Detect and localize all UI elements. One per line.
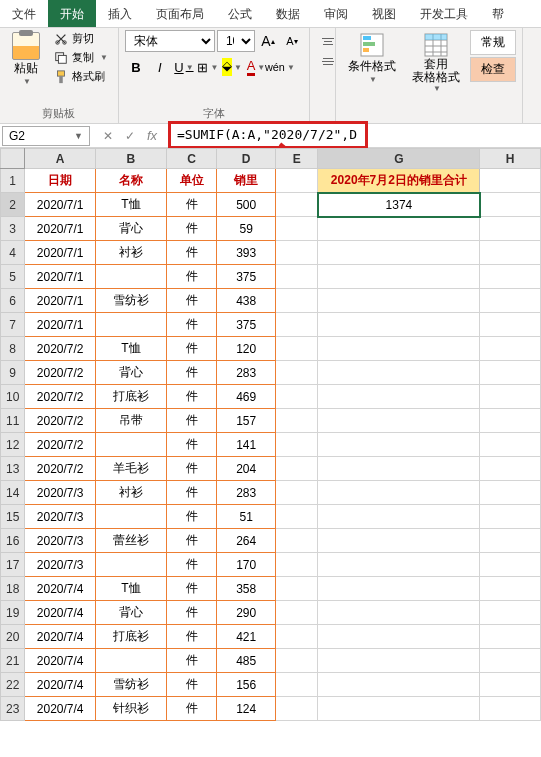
rowhead-22[interactable]: 22	[1, 673, 25, 697]
cell-G19[interactable]	[318, 601, 480, 625]
cell-A18[interactable]: 2020/7/4	[25, 577, 96, 601]
italic-button[interactable]: I	[149, 56, 171, 78]
rowhead-6[interactable]: 6	[1, 289, 25, 313]
cell-C5[interactable]: 件	[166, 265, 217, 289]
cell-D3[interactable]: 59	[217, 217, 276, 241]
cell-D10[interactable]: 469	[217, 385, 276, 409]
underline-button[interactable]: U▼	[173, 56, 195, 78]
format-painter-button[interactable]: 格式刷	[50, 68, 112, 85]
cell-H10[interactable]	[480, 385, 541, 409]
cell-G12[interactable]	[318, 433, 480, 457]
cell-E21[interactable]	[276, 649, 318, 673]
colhead-C[interactable]: C	[166, 149, 217, 169]
cell-A14[interactable]: 2020/7/3	[25, 481, 96, 505]
cell-G11[interactable]	[318, 409, 480, 433]
cell-H3[interactable]	[480, 217, 541, 241]
rowhead-11[interactable]: 11	[1, 409, 25, 433]
cell-E2[interactable]	[276, 193, 318, 217]
cell-C16[interactable]: 件	[166, 529, 217, 553]
font-name-select[interactable]: 宋体	[125, 30, 215, 52]
cell-H4[interactable]	[480, 241, 541, 265]
cell-H8[interactable]	[480, 337, 541, 361]
cell-C9[interactable]: 件	[166, 361, 217, 385]
cell-C14[interactable]: 件	[166, 481, 217, 505]
cell-G23[interactable]	[318, 697, 480, 721]
cell-E4[interactable]	[276, 241, 318, 265]
cell-B22[interactable]: 雪纺衫	[96, 673, 167, 697]
cell-A4[interactable]: 2020/7/1	[25, 241, 96, 265]
cancel-button[interactable]: ✕	[98, 126, 118, 146]
cell-B20[interactable]: 打底衫	[96, 625, 167, 649]
cell-E1[interactable]	[276, 169, 318, 193]
cell-D12[interactable]: 141	[217, 433, 276, 457]
cell-H9[interactable]	[480, 361, 541, 385]
cell-B21[interactable]	[96, 649, 167, 673]
cell-G13[interactable]	[318, 457, 480, 481]
conditional-format-button[interactable]: 条件格式▼	[342, 30, 402, 121]
grow-font-button[interactable]: A▴	[257, 30, 279, 52]
cell-E17[interactable]	[276, 553, 318, 577]
cell-A16[interactable]: 2020/7/3	[25, 529, 96, 553]
font-size-select[interactable]: 10	[217, 30, 255, 52]
name-box[interactable]: G2 ▼	[2, 126, 90, 146]
cell-H23[interactable]	[480, 697, 541, 721]
cell-H16[interactable]	[480, 529, 541, 553]
cell-G8[interactable]	[318, 337, 480, 361]
cell-E7[interactable]	[276, 313, 318, 337]
cell-B8[interactable]: T恤	[96, 337, 167, 361]
cell-C15[interactable]: 件	[166, 505, 217, 529]
cell-C22[interactable]: 件	[166, 673, 217, 697]
cell-C3[interactable]: 件	[166, 217, 217, 241]
cell-D7[interactable]: 375	[217, 313, 276, 337]
cell-D4[interactable]: 393	[217, 241, 276, 265]
menu-pagelayout[interactable]: 页面布局	[144, 0, 216, 27]
cell-C6[interactable]: 件	[166, 289, 217, 313]
cell-A10[interactable]: 2020/7/2	[25, 385, 96, 409]
table-format-button[interactable]: 套用 表格格式▼	[406, 30, 466, 121]
cut-button[interactable]: 剪切	[50, 30, 112, 47]
cell-E12[interactable]	[276, 433, 318, 457]
cell-style-normal[interactable]: 常规	[470, 30, 516, 55]
menu-formula[interactable]: 公式	[216, 0, 264, 27]
cell-G5[interactable]	[318, 265, 480, 289]
spreadsheet-grid[interactable]: A B C D E G H 1日期名称单位销里2020年7月2日的销里合计220…	[0, 148, 541, 721]
cell-B16[interactable]: 蕾丝衫	[96, 529, 167, 553]
menu-developer[interactable]: 开发工具	[408, 0, 480, 27]
cell-D16[interactable]: 264	[217, 529, 276, 553]
select-all-corner[interactable]	[1, 149, 25, 169]
cell-A15[interactable]: 2020/7/3	[25, 505, 96, 529]
cell-B4[interactable]: 衬衫	[96, 241, 167, 265]
cell-H21[interactable]	[480, 649, 541, 673]
cell-B2[interactable]: T恤	[96, 193, 167, 217]
rowhead-17[interactable]: 17	[1, 553, 25, 577]
cell-E6[interactable]	[276, 289, 318, 313]
cell-D19[interactable]: 290	[217, 601, 276, 625]
cell-E9[interactable]	[276, 361, 318, 385]
cell-C19[interactable]: 件	[166, 601, 217, 625]
cell-G9[interactable]	[318, 361, 480, 385]
copy-button[interactable]: 复制▼	[50, 49, 112, 66]
cell-style-check[interactable]: 检查	[470, 57, 516, 82]
align-top-button[interactable]	[318, 32, 338, 50]
cell-A17[interactable]: 2020/7/3	[25, 553, 96, 577]
cell-E23[interactable]	[276, 697, 318, 721]
cell-C2[interactable]: 件	[166, 193, 217, 217]
rowhead-14[interactable]: 14	[1, 481, 25, 505]
cell-D17[interactable]: 170	[217, 553, 276, 577]
cell-D20[interactable]: 421	[217, 625, 276, 649]
cell-B14[interactable]: 衬衫	[96, 481, 167, 505]
cell-D5[interactable]: 375	[217, 265, 276, 289]
cell-H5[interactable]	[480, 265, 541, 289]
rowhead-23[interactable]: 23	[1, 697, 25, 721]
cell-E16[interactable]	[276, 529, 318, 553]
rowhead-21[interactable]: 21	[1, 649, 25, 673]
cell-A5[interactable]: 2020/7/1	[25, 265, 96, 289]
cell-C23[interactable]: 件	[166, 697, 217, 721]
menu-file[interactable]: 文件	[0, 0, 48, 27]
cell-G17[interactable]	[318, 553, 480, 577]
cell-H2[interactable]	[480, 193, 541, 217]
rowhead-5[interactable]: 5	[1, 265, 25, 289]
cell-B17[interactable]	[96, 553, 167, 577]
menu-review[interactable]: 审阅	[312, 0, 360, 27]
cell-A2[interactable]: 2020/7/1	[25, 193, 96, 217]
